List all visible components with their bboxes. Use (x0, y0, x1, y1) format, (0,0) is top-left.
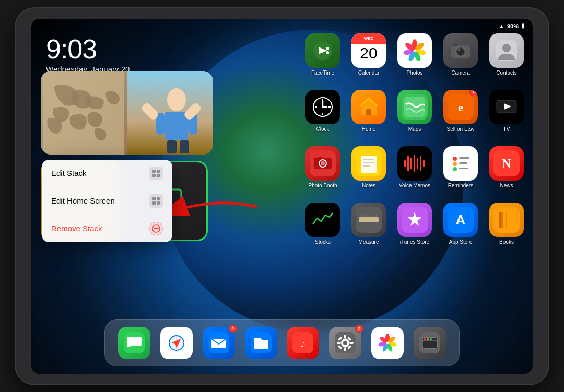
app-news[interactable]: N News (486, 146, 527, 198)
app-appstore[interactable]: A App Store (440, 203, 481, 255)
contacts-label: Contacts (496, 70, 516, 76)
svg-rect-74 (459, 162, 467, 164)
etsy-icon: e 18 (443, 90, 478, 124)
calendar-icon: WED 20 (351, 33, 386, 68)
app-voicememo[interactable]: Voice Memos (394, 146, 436, 198)
screen: ▲ 90% ▮ 9:03 Wednesday, January 20 (31, 19, 533, 374)
app-camera[interactable]: Camera (440, 33, 481, 86)
person-map-section (127, 71, 213, 155)
etsy-label: Sell on Etsy (447, 126, 475, 132)
svg-point-29 (458, 49, 460, 51)
app-contacts[interactable]: Contacts (486, 33, 527, 86)
svg-point-72 (453, 167, 457, 171)
person-image (127, 71, 213, 155)
svg-point-40 (322, 106, 324, 108)
home-label: Home (362, 126, 376, 132)
calendar-label: Calendar (358, 70, 380, 76)
svg-rect-103 (152, 201, 156, 205)
tv-label: TV (503, 126, 510, 132)
mail-badge: 2 (229, 325, 237, 333)
safari-dock-icon (160, 327, 193, 359)
svg-point-2 (167, 88, 186, 111)
dock: 2 ♪ 2 (104, 319, 460, 366)
menu-remove-stack[interactable]: Remove Stack (42, 215, 172, 242)
svg-rect-65 (414, 155, 415, 172)
svg-rect-80 (359, 217, 379, 222)
notes-icon (351, 146, 386, 181)
dock-music[interactable]: ♪ (287, 327, 319, 359)
remove-stack-label: Remove Stack (51, 224, 102, 233)
svg-rect-102 (157, 197, 160, 200)
dock-safari[interactable] (160, 327, 193, 359)
app-photobooth[interactable]: Photo Booth (302, 146, 344, 198)
dock-safari2[interactable] (414, 327, 446, 359)
menu-edit-stack[interactable]: Edit Stack (42, 160, 172, 187)
files-dock-icon (245, 327, 277, 359)
widget-stack[interactable] (41, 71, 213, 155)
app-tv[interactable]: TV (486, 90, 527, 142)
dock-photos[interactable] (371, 327, 404, 359)
edit-homescreen-label: Edit Home Screen (51, 196, 115, 205)
svg-point-143 (427, 338, 429, 340)
app-stocks[interactable]: Stocks (302, 203, 344, 255)
svg-point-31 (502, 44, 511, 52)
app-notes[interactable]: Notes (348, 146, 390, 198)
svg-rect-3 (165, 112, 188, 140)
music-dock-icon: ♪ (287, 327, 319, 359)
app-facetime[interactable]: FaceTime (302, 33, 344, 86)
svg-rect-63 (407, 156, 409, 171)
voicememo-label: Voice Memos (399, 183, 430, 188)
app-grid: FaceTime WED 20 Calendar (302, 33, 527, 255)
dock-settings[interactable]: 2 (329, 327, 361, 359)
remove-stack-icon (149, 222, 163, 235)
app-measure[interactable]: Measure (348, 203, 390, 255)
svg-rect-123 (344, 335, 346, 339)
svg-rect-16 (326, 51, 329, 54)
app-reminders[interactable]: Reminders (440, 146, 481, 198)
app-etsy[interactable]: e 18 Sell on Etsy (440, 90, 481, 142)
svg-rect-26 (453, 43, 458, 46)
app-calendar[interactable]: WED 20 Calendar (348, 33, 390, 86)
messages-dock-icon (118, 327, 150, 359)
facetime-icon (306, 33, 340, 68)
photos-dock-icon (371, 327, 404, 359)
news-icon: N (489, 146, 524, 181)
svg-rect-64 (410, 158, 412, 169)
camera-label: Camera (451, 70, 470, 76)
status-bar: ▲ 90% ▮ (31, 19, 533, 33)
svg-text:e: e (458, 101, 463, 114)
dock-messages[interactable] (118, 327, 150, 359)
appstore-icon: A (443, 203, 478, 237)
wifi-icon: ▲ (499, 23, 504, 29)
svg-rect-42 (366, 109, 371, 115)
app-clock[interactable]: Clock (302, 90, 344, 142)
app-home[interactable]: Home (348, 90, 390, 142)
svg-rect-66 (417, 158, 418, 169)
svg-point-71 (453, 162, 457, 166)
svg-point-54 (321, 161, 325, 165)
context-menu: Edit Stack Edit Home Screen Remove Stack (42, 160, 172, 242)
app-books[interactable]: Books (486, 203, 527, 255)
dock-files[interactable] (245, 327, 277, 359)
appstore-label: App Store (449, 239, 472, 245)
camera-icon (443, 33, 478, 68)
svg-rect-100 (157, 174, 160, 177)
app-itunes[interactable]: iTunes Store (394, 203, 436, 255)
menu-edit-homescreen[interactable]: Edit Home Screen (42, 187, 172, 215)
battery-level: 90% (507, 23, 519, 29)
app-maps[interactable]: Maps (394, 90, 436, 142)
photobooth-label: Photo Booth (308, 183, 337, 188)
time-display: 9:03 Wednesday, January 20 (46, 35, 130, 74)
svg-rect-7 (180, 140, 189, 153)
news-label: News (500, 183, 513, 188)
svg-rect-97 (152, 170, 156, 173)
svg-text:A: A (456, 212, 466, 228)
clock-time: 9:03 (46, 35, 130, 63)
books-label: Books (499, 239, 514, 245)
svg-point-70 (453, 157, 457, 161)
etsy-badge: 18 (469, 90, 478, 96)
app-photos[interactable]: Photos (394, 33, 436, 86)
dock-mail[interactable]: 2 (203, 327, 235, 359)
svg-rect-15 (326, 47, 329, 50)
ipad-frame: ▲ 90% ▮ 9:03 Wednesday, January 20 (16, 8, 548, 384)
